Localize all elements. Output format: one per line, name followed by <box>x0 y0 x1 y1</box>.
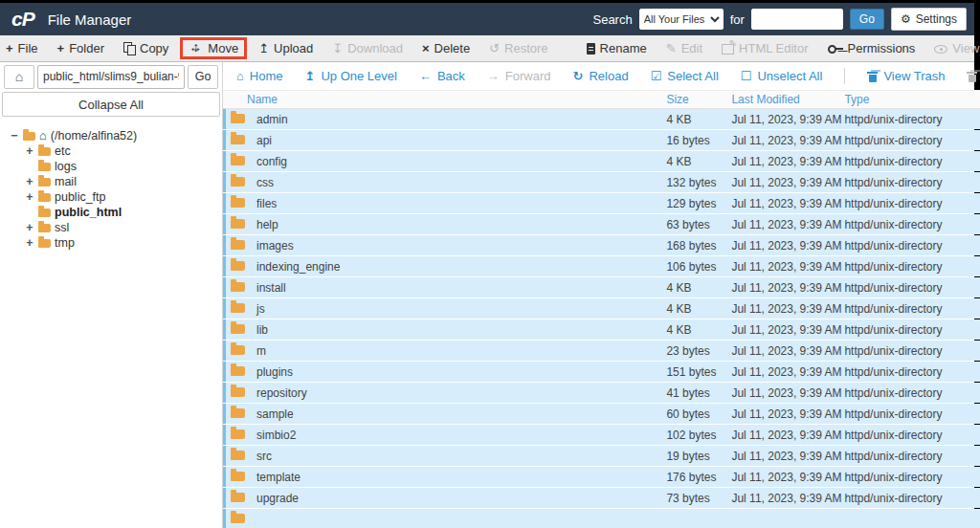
toolbar-item-permissions[interactable]: Permissions <box>828 41 916 55</box>
folder-icon <box>231 514 245 523</box>
table-row[interactable]: help63 bytesJul 11, 2023, 9:39 AMhttpd/u… <box>223 214 980 234</box>
table-row[interactable]: repository41 bytesJul 11, 2023, 9:39 AMh… <box>223 383 980 403</box>
table-row[interactable]: install4 KBJul 11, 2023, 9:39 AMhttpd/un… <box>223 277 980 297</box>
column-header-last-modified[interactable]: Last Modified <box>731 93 844 106</box>
cell-last-modified: Jul 11, 2023, 9:39 AM <box>731 386 844 400</box>
tree-node-label: public_ftp <box>55 189 106 205</box>
cell-type: httpd/unix-directory <box>844 344 980 358</box>
tree-node-label: mail <box>55 174 77 189</box>
cell-name: files <box>256 197 666 210</box>
table-row[interactable]: js4 KBJul 11, 2023, 9:39 AMhttpd/unix-di… <box>223 298 980 319</box>
table-row[interactable]: api16 bytesJul 11, 2023, 9:39 AMhttpd/un… <box>223 130 980 150</box>
path-home-button[interactable]: ⌂ <box>4 65 34 89</box>
table-row[interactable]: plugins151 bytesJul 11, 2023, 9:39 AMhtt… <box>223 362 980 382</box>
tree-expander[interactable]: + <box>25 220 34 235</box>
path-go-button[interactable]: Go <box>188 65 218 89</box>
folder-icon <box>38 178 51 187</box>
nav-item-view-trash-label: View Trash <box>883 69 945 83</box>
cell-size: 4 KB <box>666 155 731 168</box>
toolbar-item-folder[interactable]: +Folder <box>57 41 104 55</box>
table-row[interactable]: sample60 bytesJul 11, 2023, 9:39 AMhttpd… <box>223 404 980 424</box>
tree-node-label: public_html <box>55 205 122 220</box>
tree-node-root[interactable]: −⌂(/home/alfina52) <box>10 128 222 143</box>
nav-item-up-one-level[interactable]: ↥Up One Level <box>305 69 397 83</box>
search-label: Search <box>592 12 632 27</box>
tree-node-etc[interactable]: +etc <box>10 143 222 159</box>
table-row[interactable]: indexing_engine106 bytesJul 11, 2023, 9:… <box>223 256 980 276</box>
tree-node-logs[interactable]: logs <box>10 159 222 174</box>
cell-last-modified: Jul 11, 2023, 9:39 AM <box>731 134 844 147</box>
cell-name: upgrade <box>256 492 666 505</box>
table-row[interactable]: files129 bytesJul 11, 2023, 9:39 AMhttpd… <box>223 193 980 213</box>
toolbar-item-rename[interactable]: Rename <box>587 41 647 55</box>
tree-node-public_ftp[interactable]: +public_ftp <box>10 189 222 205</box>
toolbar-item-upload[interactable]: ↥Upload <box>258 41 313 55</box>
home-icon: ⌂ <box>236 69 244 83</box>
toolbar-item-permissions-label: Permissions <box>848 41 916 55</box>
toolbar-item-copy-label: Copy <box>140 41 168 55</box>
tree-node-ssl[interactable]: +ssl <box>10 220 222 235</box>
folder-icon <box>38 163 51 171</box>
table-row[interactable]: template176 bytesJul 11, 2023, 9:39 AMht… <box>223 467 980 487</box>
column-header-type[interactable]: Type <box>844 93 980 106</box>
column-header-size[interactable]: Size <box>666 93 731 106</box>
tree-node-mail[interactable]: +mail <box>10 174 222 189</box>
cell-name: images <box>256 239 666 253</box>
tree-node-tmp[interactable]: +tmp <box>10 235 222 251</box>
nav-item-home[interactable]: ⌂Home <box>236 69 283 83</box>
cell-size: 168 bytes <box>666 239 731 253</box>
rename-icon <box>587 43 595 55</box>
cell-name: src <box>256 450 666 463</box>
cell-type: httpd/unix-directory <box>844 113 980 126</box>
row-icon-cell <box>226 449 256 463</box>
table-row[interactable]: lib4 KBJul 11, 2023, 9:39 AMhttpd/unix-d… <box>223 319 980 340</box>
cell-size: 106 bytes <box>666 260 731 274</box>
nav-item-forward: →Forward <box>487 69 551 83</box>
row-icon-cell <box>226 238 256 253</box>
toolbar-item-copy[interactable]: Copy <box>123 41 168 55</box>
tree-expander[interactable]: + <box>25 235 34 251</box>
tree-expander[interactable]: + <box>25 143 34 159</box>
search-input[interactable] <box>751 9 843 30</box>
table-row[interactable]: css132 bytesJul 11, 2023, 9:39 AMhttpd/u… <box>223 172 980 192</box>
settings-button[interactable]: ⚙ Settings <box>891 8 967 31</box>
table-header: NameSizeLast ModifiedTypePermissions <box>223 91 980 109</box>
table-row[interactable]: config4 KBJul 11, 2023, 9:39 AMhttpd/uni… <box>223 151 980 171</box>
table-row[interactable]: admin4 KBJul 11, 2023, 9:39 AMhttpd/unix… <box>223 109 980 129</box>
nav-item-select-all[interactable]: ☑Select All <box>651 69 719 83</box>
nav-item-view-trash[interactable]: View Trash <box>867 69 945 83</box>
edit-icon: ✎ <box>666 41 677 55</box>
reload-icon: ↻ <box>573 69 584 83</box>
nav-item-reload[interactable]: ↻Reload <box>573 69 629 83</box>
table-row[interactable]: images168 bytesJul 11, 2023, 9:39 AMhttp… <box>223 235 980 255</box>
path-input[interactable] <box>37 65 185 89</box>
tree-expander[interactable]: + <box>25 189 34 205</box>
table-row[interactable]: m23 bytesJul 11, 2023, 9:39 AMhttpd/unix… <box>223 341 980 361</box>
folder-icon <box>231 219 245 229</box>
search-go-button[interactable]: Go <box>850 9 884 30</box>
cell-name: lib <box>256 323 666 337</box>
cell-type: httpd/unix-directory <box>844 429 980 442</box>
table-row[interactable]: upgrade73 bytesJul 11, 2023, 9:39 AMhttp… <box>223 488 980 508</box>
tree-expander[interactable]: − <box>10 128 19 143</box>
cell-name: help <box>256 218 666 231</box>
toolbar-item-delete[interactable]: ×Delete <box>422 41 470 55</box>
forward-icon: → <box>487 69 500 83</box>
nav-item-unselect-all[interactable]: ☐Unselect All <box>741 69 823 83</box>
toolbar-item-move[interactable]: Move <box>180 37 247 59</box>
settings-button-label: Settings <box>916 12 957 26</box>
column-header-name[interactable]: Name <box>223 93 666 106</box>
folder-icon <box>231 408 245 418</box>
collapse-all-button[interactable]: Collapse All <box>2 92 220 117</box>
nav-item-back[interactable]: ←Back <box>419 69 465 83</box>
tree-expander[interactable]: + <box>25 174 34 189</box>
table-row[interactable]: simbio2102 bytesJul 11, 2023, 9:39 AMhtt… <box>223 425 980 445</box>
toolbar: +File+FolderCopyMove↥Upload↧Download×Del… <box>0 35 974 62</box>
tree-node-public_html[interactable]: public_html <box>10 205 222 220</box>
search-scope-select[interactable]: All Your Files <box>639 9 724 30</box>
table-row[interactable]: src19 bytesJul 11, 2023, 9:39 AMhttpd/un… <box>223 446 980 466</box>
cell-name: admin <box>256 113 666 126</box>
cell-size: 16 bytes <box>666 134 731 147</box>
cell-size: 19 bytes <box>666 450 731 463</box>
toolbar-item-file[interactable]: +File <box>6 41 38 55</box>
